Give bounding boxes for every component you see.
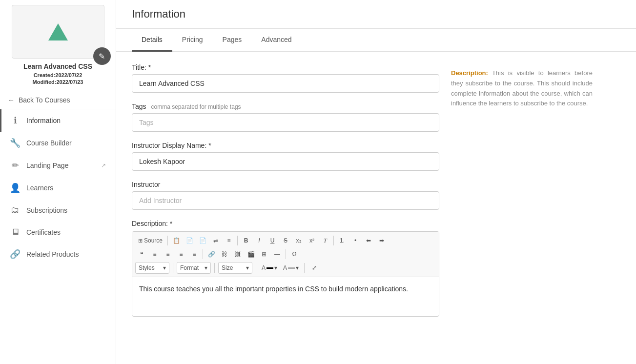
arrow-left-icon: ←	[8, 96, 15, 104]
separator-5	[286, 249, 286, 259]
editor-body[interactable]: This course teaches you all the importan…	[132, 277, 439, 316]
instructor-label: Instructor	[132, 181, 439, 188]
underline-button[interactable]: U	[266, 235, 279, 246]
text-color-indicator	[267, 267, 273, 269]
page-header: Information	[116, 0, 636, 29]
indent-button[interactable]: ➡	[375, 235, 388, 246]
find-replace-button[interactable]: ⇌	[209, 235, 222, 246]
instructor-display-group: Instructor Display Name: *	[132, 142, 439, 171]
sidebar-item-related-products[interactable]: 🔗 Related Products	[0, 243, 116, 265]
sidebar-item-learners-label: Learners	[26, 184, 53, 192]
special-char-button[interactable]: Ω	[288, 248, 301, 260]
size-dropdown[interactable]: Size ▾	[218, 262, 252, 274]
size-label: Size	[222, 264, 233, 271]
sidebar-item-course-builder-label: Course Builder	[26, 139, 72, 147]
clear-format-button[interactable]: 𝑇	[319, 235, 331, 246]
tab-details[interactable]: Details	[132, 29, 172, 52]
separator-7	[214, 263, 215, 273]
content-area: Title: * Tags comma separated for multip…	[116, 52, 636, 338]
tags-input[interactable]	[132, 113, 439, 132]
sidebar-item-information-label: Information	[26, 117, 61, 124]
fullscreen-button[interactable]: ⤢	[308, 262, 321, 274]
sidebar-item-course-builder[interactable]: 🔧 Course Builder	[0, 132, 116, 154]
subscript-button[interactable]: x₂	[292, 235, 305, 246]
align-right-button[interactable]: ≡	[175, 248, 187, 260]
separator-1	[167, 236, 168, 245]
strikethrough-button[interactable]: S	[279, 235, 292, 246]
sidebar-item-subscriptions-label: Subscriptions	[26, 206, 67, 214]
bold-button[interactable]: B	[240, 235, 252, 246]
size-caret-icon: ▾	[246, 264, 249, 271]
link-icon: 🔗	[10, 249, 21, 260]
tabs-bar: Details Pricing Pages Advanced	[116, 29, 636, 52]
title-group: Title: *	[132, 63, 439, 93]
unlink-button[interactable]: ⛓	[218, 248, 231, 260]
format-caret-icon: ▾	[205, 264, 207, 271]
sidebar-item-learners[interactable]: 👤 Learners	[0, 177, 116, 199]
sidebar-item-certificates[interactable]: 🖥 Certificates	[0, 221, 116, 243]
separator-6	[173, 263, 173, 273]
table-button[interactable]: ⊞	[258, 248, 270, 260]
sidebar-item-subscriptions[interactable]: 🗂 Subscriptions	[0, 199, 116, 221]
source-button[interactable]: ⊞ Source	[135, 235, 165, 246]
bg-color-button[interactable]: A ▾	[281, 262, 301, 274]
text-color-button[interactable]: A ▾	[260, 262, 279, 274]
sidebar-item-landing-page[interactable]: ✏ Landing Page ↗	[0, 154, 116, 177]
description-help-text: Description: This is visible to learners…	[451, 68, 593, 109]
subscriptions-icon: 🗂	[10, 205, 21, 215]
editor-toolbar: ⊞ Source 📋 📄 📄 ⇌ ≡ B I U	[132, 232, 439, 277]
select-all-button[interactable]: ≡	[223, 235, 235, 246]
back-button-label: Back To Courses	[19, 96, 70, 104]
description-label: Description: *	[132, 220, 439, 227]
paste-button[interactable]: 📄	[183, 235, 196, 246]
course-thumbnail[interactable]: ✎	[12, 5, 104, 59]
bg-color-indicator	[288, 267, 295, 269]
format-dropdown[interactable]: Format ▾	[177, 262, 211, 274]
bg-color-letter: A	[283, 264, 287, 271]
unordered-list-button[interactable]: •	[349, 235, 362, 246]
copy-button[interactable]: 📋	[170, 235, 183, 246]
tab-advanced[interactable]: Advanced	[251, 29, 301, 52]
outdent-button[interactable]: ⬅	[362, 235, 375, 246]
styles-dropdown[interactable]: Styles ▾	[135, 262, 169, 274]
sidebar-item-landing-page-label: Landing Page	[26, 162, 68, 169]
align-left-button[interactable]: ≡	[148, 248, 161, 260]
ordered-list-button[interactable]: 1.	[336, 235, 349, 246]
main-content: Information Details Pricing Pages Advanc…	[116, 0, 636, 364]
align-justify-button[interactable]: ≡	[188, 248, 201, 260]
instructor-display-input[interactable]	[132, 152, 439, 171]
italic-button[interactable]: I	[253, 235, 266, 246]
toolbar-row-2: ❝ ≡ ≡ ≡ ≡ 🔗 ⛓ 🖼 🎬 ⊞ —	[135, 247, 436, 261]
bg-color-caret: ▾	[296, 264, 299, 271]
tags-sublabel: comma separated for multiple tags	[151, 103, 241, 110]
rich-text-editor: ⊞ Source 📋 📄 📄 ⇌ ≡ B I U	[132, 231, 439, 317]
source-label: Source	[144, 237, 163, 244]
link-button[interactable]: 🔗	[205, 248, 218, 260]
blockquote-button[interactable]: ❝	[135, 248, 148, 260]
instructor-group: Instructor	[132, 181, 439, 210]
image-button[interactable]: 🖼	[231, 248, 244, 260]
separator-3	[333, 236, 334, 245]
superscript-button[interactable]: x²	[306, 235, 318, 246]
video-button[interactable]: 🎬	[245, 248, 257, 260]
hr-button[interactable]: —	[271, 248, 284, 260]
separator-9	[304, 263, 305, 273]
align-center-button[interactable]: ≡	[162, 248, 174, 260]
tab-pricing[interactable]: Pricing	[172, 29, 213, 52]
sidebar-item-information[interactable]: ℹ Information	[0, 109, 116, 132]
users-icon: 👤	[10, 182, 21, 193]
toolbar-row-1: ⊞ Source 📋 📄 📄 ⇌ ≡ B I U	[135, 234, 436, 247]
thumbnail-triangle	[48, 23, 68, 40]
source-icon: ⊞	[138, 238, 143, 244]
instructor-input[interactable]	[132, 191, 439, 210]
description-key: Description:	[451, 69, 488, 77]
title-input[interactable]	[132, 74, 439, 93]
course-title: Learn Advanced CSS	[23, 62, 92, 70]
text-color-caret: ▾	[274, 264, 277, 271]
back-to-courses-button[interactable]: ← Back To Courses	[0, 91, 116, 109]
description-group: Description: * ⊞ Source 📋 📄 📄	[132, 220, 439, 317]
paste-text-button[interactable]: 📄	[196, 235, 209, 246]
separator-8	[256, 263, 256, 273]
edit-thumbnail-button[interactable]: ✎	[93, 47, 111, 65]
tab-pages[interactable]: Pages	[213, 29, 252, 52]
